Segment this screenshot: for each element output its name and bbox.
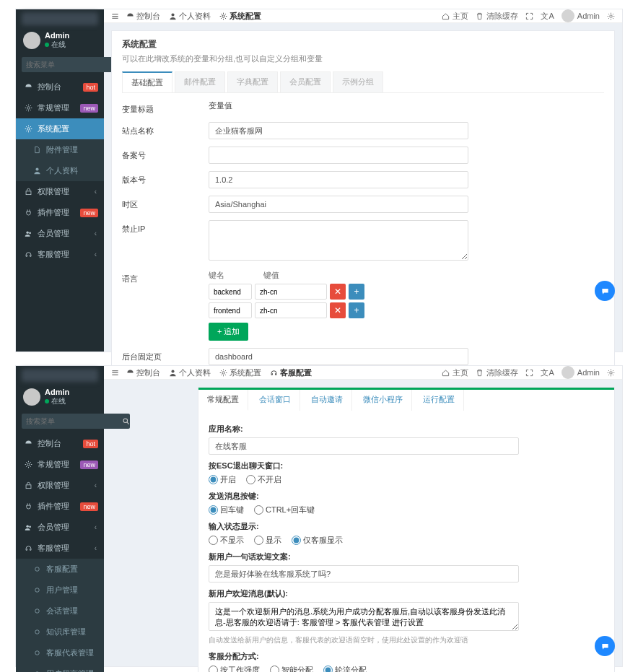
breadcrumb-item[interactable]: 个人资料 — [169, 11, 211, 22]
chat-bubble-button[interactable] — [595, 281, 615, 301]
breadcrumb-item[interactable]: 系统配置 — [219, 11, 261, 22]
tab[interactable]: 会员配置 — [280, 71, 331, 92]
radio-input[interactable] — [254, 505, 263, 515]
sidebar-item[interactable]: 客服管理‹ — [16, 538, 104, 559]
toggle-sidebar-button[interactable] — [111, 369, 119, 377]
sidebar-item[interactable]: 客服配置 — [16, 559, 104, 580]
kv-delete-button[interactable]: ✕ — [330, 284, 346, 300]
sidebar-user[interactable]: Admin 在线 — [16, 25, 104, 54]
input-version[interactable] — [209, 171, 468, 188]
sidebar-item[interactable]: 用户留言管理 — [16, 663, 104, 672]
sidebar-item[interactable]: 会话管理 — [16, 601, 104, 621]
o-icon — [32, 565, 42, 573]
kv-key-input[interactable] — [209, 284, 252, 300]
kv-val-input[interactable] — [255, 284, 327, 300]
textarea-welcomemsg[interactable] — [209, 602, 519, 631]
kv-val-input[interactable] — [255, 302, 327, 318]
input-beian[interactable] — [209, 147, 468, 164]
sidebar-item[interactable]: 权限管理‹ — [16, 181, 104, 202]
input-timezone[interactable] — [209, 196, 468, 213]
sidebar-item[interactable]: 控制台hot — [16, 77, 104, 97]
tab[interactable]: 运行配置 — [414, 390, 464, 411]
input-site-name[interactable] — [209, 122, 468, 139]
chat-icon — [601, 287, 609, 295]
radio-input[interactable] — [254, 536, 263, 545]
tab[interactable]: 微信小程序 — [354, 390, 412, 411]
textarea-denyip[interactable] — [209, 220, 468, 261]
sidebar-item[interactable]: 会员管理‹ — [16, 517, 104, 538]
input-welcome[interactable] — [209, 565, 519, 582]
sidebar-item[interactable]: 会员管理‹ — [16, 223, 104, 244]
radio-option[interactable]: 仅客服显示 — [292, 535, 343, 546]
home-link[interactable]: 主页 — [442, 11, 468, 22]
sidebar-item[interactable]: 插件管理new — [16, 202, 104, 223]
radio-option[interactable]: 回车键 — [209, 505, 244, 515]
radio-input[interactable] — [209, 536, 218, 545]
tab[interactable]: 常规配置 — [198, 390, 248, 411]
sidebar-item[interactable]: 系统配置 — [16, 118, 104, 139]
home-link[interactable]: 主页 — [442, 367, 468, 378]
radio-input[interactable] — [270, 666, 279, 672]
radio-option[interactable]: 按工作强度 — [209, 665, 260, 672]
radio-option[interactable]: 不显示 — [209, 535, 244, 546]
input-fixed-page[interactable] — [209, 348, 468, 365]
fullscreen-button[interactable] — [525, 369, 533, 377]
breadcrumb-item[interactable]: 控制台 — [126, 367, 160, 378]
chat-bubble-button[interactable] — [595, 636, 615, 656]
settings-button[interactable] — [607, 369, 615, 377]
sidebar-item[interactable]: 个人资料 — [16, 160, 104, 181]
kv-key-input[interactable] — [209, 302, 252, 318]
sidebar-user[interactable]: Admin 在线 — [16, 382, 104, 411]
radio-input[interactable] — [323, 666, 333, 672]
fullscreen-button[interactable] — [525, 12, 533, 20]
radio-input[interactable] — [292, 536, 301, 545]
sidebar-item[interactable]: 客服管理‹ — [16, 244, 104, 265]
sidebar-item[interactable]: 常规管理new — [16, 97, 104, 118]
sidebar-item[interactable]: 客服代表管理 — [16, 642, 104, 663]
lang-switch[interactable]: 文A — [541, 11, 554, 22]
sidebar-item[interactable]: 用户管理 — [16, 580, 104, 601]
kv-add-button[interactable]: + — [349, 284, 364, 300]
sidebar-item[interactable]: 常规管理new — [16, 454, 104, 475]
radio-send: 回车键CTRL+回车键 — [209, 505, 604, 515]
append-button[interactable]: + 追加 — [209, 323, 248, 341]
tab[interactable]: 示例分组 — [333, 71, 383, 92]
clear-cache-button[interactable]: 清除缓存 — [476, 367, 518, 378]
input-appname[interactable] — [209, 437, 519, 455]
sidebar-item[interactable]: 知识库管理 — [16, 621, 104, 642]
user-name: Admin — [45, 31, 69, 40]
sidebar-item[interactable]: 控制台hot — [16, 433, 104, 454]
tab[interactable]: 邮件配置 — [175, 71, 225, 92]
radio-input[interactable] — [209, 666, 218, 672]
breadcrumb-item[interactable]: 客服配置 — [270, 367, 312, 378]
breadcrumb-item[interactable]: 控制台 — [126, 11, 160, 22]
sidebar-item[interactable]: 插件管理new — [16, 496, 104, 517]
radio-option[interactable]: 智能分配 — [270, 665, 313, 672]
lang-switch[interactable]: 文A — [541, 367, 554, 378]
radio-input[interactable] — [209, 475, 218, 484]
radio-input[interactable] — [246, 475, 255, 484]
settings-button[interactable] — [607, 12, 615, 20]
sidebar-item[interactable]: 附件管理 — [16, 139, 104, 160]
breadcrumb-item[interactable]: 系统配置 — [219, 367, 261, 378]
lock-icon — [23, 188, 33, 196]
clear-cache-button[interactable]: 清除缓存 — [476, 11, 518, 22]
radio-option[interactable]: 开启 — [209, 474, 236, 485]
radio-option[interactable]: CTRL+回车键 — [254, 505, 315, 515]
kv-add-button[interactable]: + — [349, 302, 364, 318]
radio-option[interactable]: 不开启 — [246, 474, 281, 485]
kv-delete-button[interactable]: ✕ — [330, 302, 346, 318]
radio-option[interactable]: 显示 — [254, 535, 281, 546]
radio-option[interactable]: 轮流分配 — [323, 665, 367, 672]
badge: hot — [83, 83, 98, 92]
topbar-user[interactable]: Admin — [561, 366, 600, 379]
breadcrumb-item[interactable]: 个人资料 — [169, 367, 211, 378]
tab[interactable]: 自动邀请 — [302, 390, 352, 411]
radio-input[interactable] — [209, 505, 218, 515]
tab[interactable]: 基础配置 — [122, 71, 172, 92]
tab[interactable]: 会话窗口 — [250, 390, 300, 411]
tab[interactable]: 字典配置 — [227, 71, 278, 92]
topbar-user[interactable]: Admin — [561, 9, 600, 22]
toggle-sidebar-button[interactable] — [111, 12, 119, 20]
sidebar-item[interactable]: 权限管理‹ — [16, 475, 104, 496]
